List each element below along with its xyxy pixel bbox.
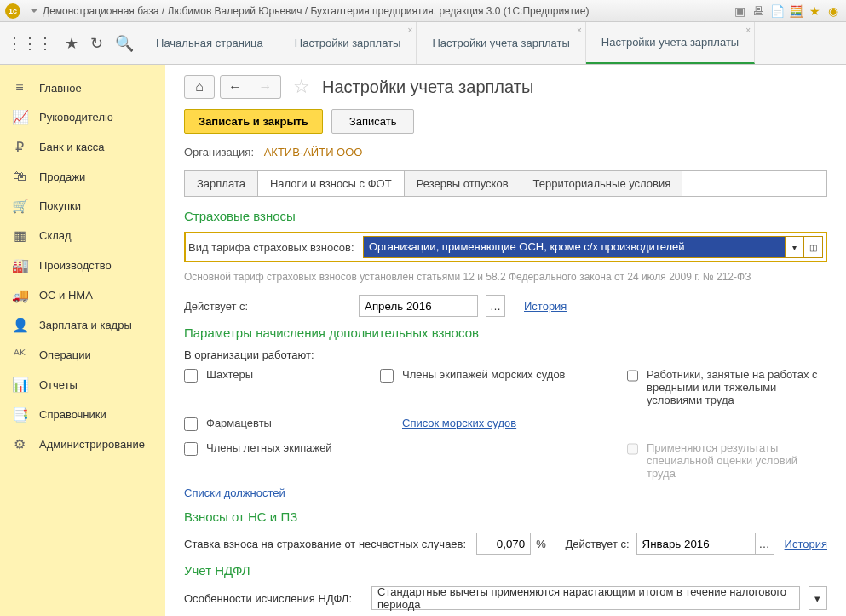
- sidebar-icon: 🏭: [12, 257, 27, 273]
- top-tab-2[interactable]: Настройки учета зарплаты×: [417, 22, 585, 64]
- effective2-input[interactable]: [636, 533, 756, 555]
- sidebar-icon: 🚚: [12, 287, 27, 303]
- rate-input[interactable]: [476, 533, 531, 555]
- org-value: АКТИВ-АЙТИ ООО: [264, 146, 363, 158]
- effective-pick-button[interactable]: …: [486, 295, 505, 317]
- top-tab-3[interactable]: Настройки учета зарплаты×: [586, 22, 755, 64]
- top-tab-0[interactable]: Начальная страница: [141, 22, 279, 64]
- info-icon[interactable]: ◉: [826, 3, 841, 19]
- org-label: Организация:: [184, 146, 254, 158]
- section-insurance: Страховые взносы: [184, 209, 827, 223]
- top-tab-1[interactable]: Настройки зарплаты×: [279, 22, 417, 64]
- bookmark-icon[interactable]: ☆: [293, 76, 310, 98]
- search-icon[interactable]: 🔍: [115, 34, 134, 53]
- ndfl-select[interactable]: Стандартные вычеты применяются нарастающ…: [371, 586, 800, 610]
- sidebar-item-11[interactable]: 📑Справочники: [0, 400, 165, 429]
- sidebar-item-2[interactable]: ₽Банк и касса: [0, 132, 165, 162]
- chk-flight-label: Члены летных экипажей: [206, 441, 332, 454]
- page-tab-2[interactable]: Резервы отпусков: [405, 171, 521, 196]
- jobs-link[interactable]: Списки должностей: [184, 486, 285, 499]
- sidebar-label: Главное: [39, 82, 82, 95]
- page-tab-3[interactable]: Территориальные условия: [521, 171, 683, 196]
- sidebar-item-7[interactable]: 🚚ОС и НМА: [0, 280, 165, 310]
- chk-sea[interactable]: Члены экипажей морских судов: [380, 368, 619, 406]
- sidebar-icon: ᴬᴷ: [12, 347, 27, 363]
- sidebar: ≡Главное📈Руководителю₽Банк и касса🛍Прода…: [0, 65, 165, 616]
- sidebar-item-4[interactable]: 🛒Покупки: [0, 191, 165, 221]
- sidebar-label: Зарплата и кадры: [39, 319, 132, 331]
- chk-pharm-box[interactable]: [184, 417, 198, 431]
- chk-miners-label: Шахтеры: [206, 368, 253, 381]
- sidebar-item-10[interactable]: 📊Отчеты: [0, 370, 165, 400]
- window-title: Демонстрационная база / Любимов Валерий …: [43, 5, 728, 17]
- content-area: ⌂ ← → ☆ Настройки учета зарплаты Записат…: [165, 65, 846, 616]
- chk-miners-box[interactable]: [184, 369, 198, 383]
- sidebar-icon: 🛍: [12, 169, 27, 184]
- sidebar-item-0[interactable]: ≡Главное: [0, 73, 165, 102]
- sidebar-icon: 👤: [12, 317, 27, 333]
- effective2-pick-button[interactable]: …: [756, 533, 774, 555]
- tab-close-icon[interactable]: ×: [577, 26, 582, 35]
- effective-label: Действует с:: [184, 300, 350, 313]
- tariff-row: Вид тарифа страховых взносов: Организаци…: [184, 232, 827, 262]
- chk-sea-box[interactable]: [380, 369, 394, 383]
- sidebar-item-1[interactable]: 📈Руководителю: [0, 102, 165, 132]
- save-button[interactable]: Записать: [331, 109, 415, 134]
- sidebar-icon: 📊: [12, 377, 27, 393]
- sea-list-link[interactable]: Список морских судов: [402, 417, 516, 429]
- app-logo-icon: 1c: [5, 3, 20, 19]
- sidebar-icon: ₽: [12, 139, 27, 155]
- chk-miners[interactable]: Шахтеры: [184, 368, 371, 406]
- favorite-icon[interactable]: ★: [807, 3, 822, 19]
- star-icon[interactable]: ★: [65, 34, 78, 53]
- chk-pharm[interactable]: Фармацевты: [184, 417, 371, 431]
- effective2-label: Действует с:: [565, 538, 629, 550]
- sidebar-item-9[interactable]: ᴬᴷОперации: [0, 340, 165, 370]
- history-link[interactable]: История: [524, 300, 567, 313]
- tb-icon-4[interactable]: 🧮: [788, 3, 803, 19]
- effective-date-input[interactable]: [359, 295, 478, 317]
- chk-flight-box[interactable]: [184, 442, 198, 456]
- home-button[interactable]: ⌂: [184, 75, 215, 99]
- page-title: Настройки учета зарплаты: [322, 78, 533, 97]
- ndfl-label: Особенности исчисления НДФЛ:: [184, 592, 363, 605]
- sidebar-icon: 📑: [12, 406, 27, 423]
- tab-close-icon[interactable]: ×: [745, 26, 751, 35]
- page-tab-0[interactable]: Зарплата: [185, 171, 258, 196]
- history2-link[interactable]: История: [785, 538, 827, 550]
- tb-icon-1[interactable]: ▣: [732, 3, 747, 19]
- chk-special-label: Применяются результаты специальной оценк…: [647, 441, 827, 480]
- tariff-open-button[interactable]: ◫: [804, 236, 823, 258]
- tab-close-icon[interactable]: ×: [408, 26, 413, 35]
- sidebar-icon: 🛒: [12, 198, 27, 214]
- page-tab-1[interactable]: Налоги и взносы с ФОТ: [258, 171, 405, 196]
- sidebar-item-12[interactable]: ⚙Администрирование: [0, 429, 165, 459]
- nav-row: ⌂ ← → ☆ Настройки учета зарплаты: [184, 75, 827, 99]
- chk-hazard-box[interactable]: [627, 369, 638, 383]
- forward-button[interactable]: →: [250, 75, 281, 99]
- back-button[interactable]: ←: [220, 75, 250, 99]
- tariff-input[interactable]: Организации, применяющие ОСН, кроме с/х …: [363, 236, 786, 258]
- sidebar-label: Производство: [39, 259, 112, 272]
- chk-hazard[interactable]: Работники, занятые на работах с вредными…: [627, 368, 827, 406]
- chk-flight[interactable]: Члены летных экипажей: [184, 441, 371, 480]
- title-bar: 1c Демонстрационная база / Любимов Валер…: [0, 0, 846, 22]
- ndfl-dropdown-button[interactable]: ▾: [809, 586, 827, 610]
- history-icon[interactable]: ↻: [90, 34, 103, 53]
- apps-icon[interactable]: ⋮⋮⋮: [7, 34, 53, 53]
- tariff-hint: Основной тариф страховых взносов установ…: [184, 271, 827, 283]
- rate-label: Ставка взноса на страхование от несчастн…: [184, 538, 466, 550]
- page-tabs: ЗарплатаНалоги и взносы с ФОТРезервы отп…: [184, 170, 827, 197]
- title-dropdown-icon[interactable]: [31, 9, 37, 13]
- tb-icon-3[interactable]: 📄: [769, 3, 785, 19]
- save-close-button[interactable]: Записать и закрыть: [184, 109, 323, 134]
- sidebar-item-3[interactable]: 🛍Продажи: [0, 162, 165, 191]
- sidebar-label: Продажи: [39, 170, 85, 183]
- sidebar-label: Операции: [39, 348, 91, 361]
- sidebar-item-8[interactable]: 👤Зарплата и кадры: [0, 310, 165, 340]
- tariff-dropdown-button[interactable]: ▾: [786, 236, 804, 258]
- sidebar-item-6[interactable]: 🏭Производство: [0, 250, 165, 280]
- sidebar-item-5[interactable]: ▦Склад: [0, 221, 165, 250]
- tb-icon-2[interactable]: 🖶: [751, 3, 766, 19]
- chk-special: Применяются результаты специальной оценк…: [627, 441, 827, 480]
